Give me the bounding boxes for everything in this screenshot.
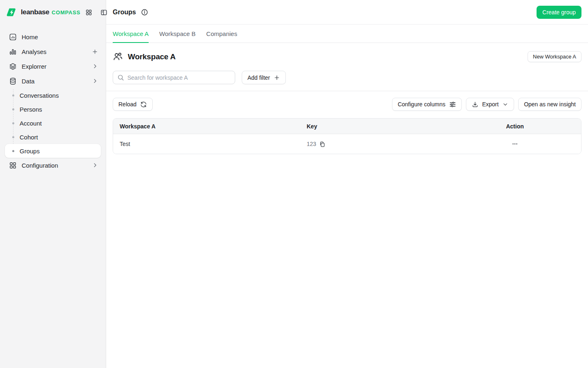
page-title: Groups	[113, 9, 136, 16]
users-icon	[113, 52, 123, 62]
sidebar-item-label: Account	[20, 120, 42, 127]
export-label: Export	[482, 101, 499, 108]
key-value: 123	[307, 141, 316, 147]
bullet-dot-icon	[12, 136, 14, 138]
tab-workspace-b[interactable]: Workspace B	[159, 25, 196, 43]
cell-action	[449, 139, 581, 149]
grid-icon	[9, 162, 17, 169]
sidebar-item-explorrer[interactable]: Explorrer	[0, 59, 106, 74]
refresh-icon	[140, 101, 147, 108]
download-icon	[472, 101, 479, 108]
table-header-row: Workspace A Key Action	[113, 119, 581, 134]
bullet-dot-icon	[12, 108, 14, 110]
topbar: Groups Create group	[106, 0, 588, 25]
info-icon[interactable]	[141, 9, 148, 16]
database-icon	[9, 77, 17, 85]
sidebar-item-label: Cohort	[20, 134, 38, 141]
configure-columns-label: Configure columns	[398, 101, 445, 108]
sidebar-item-cohort[interactable]: Cohort	[0, 130, 106, 144]
sidebar-item-conversations[interactable]: Conversations	[0, 88, 106, 102]
reload-button[interactable]: Reload	[113, 98, 153, 111]
add-filter-label: Add filter	[247, 74, 270, 81]
sidebar-item-home[interactable]: Home	[0, 29, 106, 44]
sidebar-item-label: Home	[22, 34, 98, 40]
search-input[interactable]	[127, 74, 231, 81]
search-box[interactable]	[113, 71, 235, 84]
ellipsis-icon[interactable]	[509, 139, 521, 149]
column-header-workspace-a: Workspace A	[113, 123, 300, 130]
export-button[interactable]: Export	[466, 98, 514, 111]
main-area: Groups Create group Workspace A Workspac…	[106, 0, 588, 368]
sidebar-item-analyses[interactable]: Analyses	[0, 44, 106, 59]
sidebar-item-data[interactable]: Data	[0, 74, 106, 88]
sidebar-item-label: Analyses	[22, 48, 87, 55]
apps-grid-icon[interactable]	[84, 7, 94, 18]
sliders-icon	[449, 101, 456, 108]
section-title: Workspace A	[128, 52, 176, 61]
sidebar-item-label: Data	[22, 78, 87, 85]
chevron-right-icon[interactable]	[92, 63, 98, 70]
chevron-down-icon	[502, 101, 508, 108]
cell-name: Test	[113, 141, 300, 147]
tab-workspace-a[interactable]: Workspace A	[113, 25, 149, 43]
configure-columns-button[interactable]: Configure columns	[392, 98, 462, 111]
new-workspace-button[interactable]: New Workspace A	[528, 51, 581, 62]
bullet-dot-icon	[12, 150, 14, 152]
plus-icon	[274, 74, 280, 81]
bullet-dot-icon	[12, 94, 14, 96]
chevron-right-icon[interactable]	[92, 162, 98, 168]
sidebar-item-persons[interactable]: Persons	[0, 102, 106, 116]
sidebar-item-label: Persons	[20, 106, 42, 113]
tab-bar: Workspace A Workspace B Companies	[106, 25, 588, 43]
brand-name: leanbase	[21, 8, 49, 16]
brand-suffix: COMPASS	[52, 9, 80, 16]
section-divider	[106, 91, 588, 91]
sidebar-nav: Home Analyses	[0, 25, 106, 173]
column-header-action: Action	[449, 123, 581, 130]
reload-label: Reload	[118, 101, 136, 108]
sidebar-item-groups[interactable]: Groups	[5, 144, 101, 158]
logo-row: leanbase COMPASS	[0, 0, 106, 25]
data-subtree: Conversations Persons Account Cohort Gro…	[0, 88, 106, 158]
copy-icon[interactable]	[319, 141, 326, 148]
column-header-key: Key	[300, 123, 449, 130]
sidebar: leanbase COMPASS Home	[0, 0, 106, 368]
cell-key: 123	[300, 141, 449, 148]
table-toolbar: Reload Configure columns	[113, 98, 581, 111]
search-icon	[117, 74, 124, 81]
bullet-dot-icon	[12, 122, 14, 124]
groups-table: Workspace A Key Action Test 123	[113, 118, 581, 154]
sidebar-item-account[interactable]: Account	[0, 116, 106, 130]
sidebar-item-label: Conversations	[20, 92, 59, 99]
sidebar-item-configuration[interactable]: Configuration	[0, 158, 106, 173]
tab-companies[interactable]: Companies	[206, 25, 237, 43]
create-group-button[interactable]: Create group	[537, 6, 581, 19]
content: Workspace A New Workspace A Add filter	[106, 43, 588, 368]
sidebar-item-label: Explorrer	[22, 63, 87, 70]
bar-chart-icon	[9, 48, 17, 56]
open-as-new-insight-button[interactable]: Open as new insight	[518, 98, 581, 111]
leanbase-logo-icon	[7, 8, 17, 17]
table-row: Test 123	[113, 134, 581, 154]
home-chart-icon	[9, 33, 17, 41]
layers-icon	[9, 63, 17, 70]
plus-icon[interactable]	[91, 48, 98, 55]
add-filter-button[interactable]: Add filter	[242, 71, 286, 84]
sidebar-item-label: Configuration	[22, 162, 87, 169]
chevron-right-icon[interactable]	[92, 78, 98, 84]
sidebar-item-label: Groups	[20, 148, 40, 155]
